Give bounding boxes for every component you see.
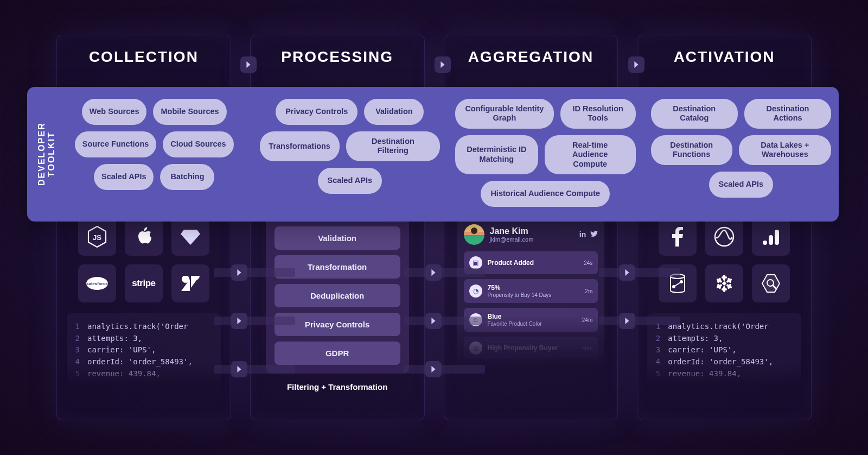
pill: Web Sources: [82, 99, 147, 125]
briefcase-icon: ▣: [469, 256, 482, 269]
pill: Configurable Identity Graph: [455, 99, 554, 129]
pill: Source Functions: [75, 131, 156, 157]
pill: Scaled APIs: [94, 164, 154, 190]
diamond-icon: [171, 218, 209, 256]
collection-icon-grid: JS salesforce stripe: [67, 218, 221, 302]
arrow-icon: [425, 313, 442, 329]
pill: Destination Actions: [744, 99, 831, 129]
activation-icon-grid: [647, 218, 801, 302]
pill: Batching: [160, 164, 214, 190]
pill: Historical Audience Compute: [481, 181, 610, 207]
facebook-icon: [659, 218, 697, 256]
avatar-icon: [464, 224, 484, 245]
column-title: COLLECTION: [67, 48, 221, 66]
svg-rect-13: [722, 281, 726, 286]
profile-email: jkim@email.com: [490, 236, 534, 243]
processing-step: GDPR: [275, 342, 400, 365]
toolkit-label: DEVELOPER TOOLKIT: [35, 99, 59, 210]
apple-icon: [125, 218, 163, 256]
arrow-icon: [231, 361, 247, 377]
snowflake-icon: [705, 264, 743, 302]
event-row: ◔ 75%Propensity to Buy 14 Days 2m: [464, 279, 598, 303]
event-row: ◎ High Propensity Buyer 46m: [464, 337, 598, 359]
pill: Destination Filtering: [346, 131, 440, 161]
pill: Privacy Controls: [276, 99, 358, 125]
svg-text:salesforce: salesforce: [86, 281, 108, 286]
svg-text:JS: JS: [93, 233, 101, 242]
processing-card: Validation Transformation Deduplication …: [266, 218, 409, 374]
svg-point-5: [763, 241, 767, 245]
pill: Destination Functions: [651, 135, 732, 165]
pill: Cloud Sources: [163, 131, 233, 157]
amplitude-icon: [705, 218, 743, 256]
stripe-icon: stripe: [125, 264, 163, 302]
processing-step: Deduplication: [275, 284, 400, 307]
pill: Validation: [364, 99, 424, 125]
pill: Scaled APIs: [709, 172, 773, 198]
toolkit-aggregation: Configurable Identity GraphID Resolution…: [455, 99, 636, 210]
arrow-icon: [425, 361, 442, 377]
analytics-icon: [752, 218, 790, 256]
gauge-icon: ◔: [469, 285, 482, 298]
processing-caption: Filtering + Transformation: [260, 382, 414, 391]
arrow-icon: [628, 56, 644, 73]
arrow-icon: [619, 313, 635, 329]
nodejs-icon: JS: [78, 218, 116, 256]
processing-step: Validation: [275, 226, 400, 250]
pill: ID Resolution Tools: [560, 99, 636, 129]
svg-rect-6: [769, 235, 773, 245]
arrow-icon: [240, 56, 257, 73]
target-icon: ◎: [469, 342, 482, 355]
svg-rect-7: [775, 230, 779, 245]
arrow-icon: [425, 264, 442, 281]
pill: Deterministic ID Matching: [455, 135, 538, 174]
arrow-icon: [619, 264, 635, 281]
arrow-icon: [435, 56, 451, 73]
profile-name: Jane Kim: [490, 226, 534, 236]
profile-card: Jane Kim jkim@email.com in ▣ Product Add…: [457, 218, 605, 369]
arrow-icon: [231, 313, 247, 329]
toolkit-processing: Privacy ControlsValidation Transformatio…: [260, 99, 441, 210]
linkedin-icon: in: [579, 230, 586, 239]
pill: Destination Catalog: [651, 99, 738, 129]
toolkit-activation: Destination CatalogDestination Actions D…: [651, 99, 832, 210]
column-title: PROCESSING: [260, 48, 414, 66]
pill: Scaled APIs: [318, 168, 382, 194]
pill: Real-time Audience Compute: [545, 135, 636, 174]
pill: Transformations: [260, 131, 340, 161]
zendesk-icon: [171, 264, 209, 302]
twitter-icon: [590, 230, 598, 239]
toolkit-collection: Web SourcesMobile Sources Source Functio…: [64, 99, 245, 210]
code-snippet: 1analytics.track('Order 2attempts: 3, 3c…: [67, 313, 221, 387]
svg-rect-12: [722, 276, 727, 279]
arrow-icon: [231, 264, 247, 281]
developer-toolkit-panel: DEVELOPER TOOLKIT Web SourcesMobile Sour…: [27, 87, 839, 222]
pill: Mobile Sources: [153, 99, 226, 125]
column-title: AGGREGATION: [454, 48, 608, 66]
bigquery-icon: [752, 264, 790, 302]
column-title: ACTIVATION: [647, 48, 801, 66]
pill: Data Lakes + Warehouses: [739, 135, 831, 165]
salesforce-icon: salesforce: [78, 264, 116, 302]
